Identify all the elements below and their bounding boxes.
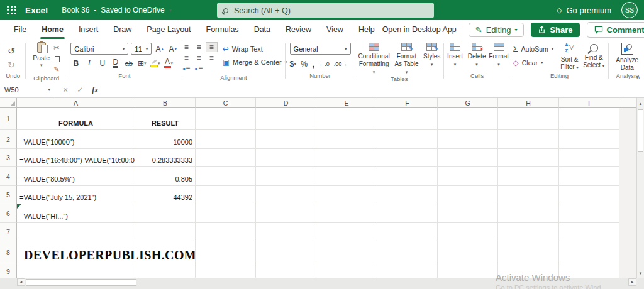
tab-home[interactable]: Home (34, 20, 71, 39)
cell-F3[interactable] (377, 149, 438, 167)
analyze-data-button[interactable]: Analyze Data (613, 40, 641, 72)
cell-H6[interactable] (498, 204, 559, 223)
font-name-select[interactable]: Calibri ▾ (70, 43, 128, 55)
cell-B3[interactable]: 0.283333333 (135, 149, 196, 167)
cell-A5[interactable]: =VALUE("July 15, 2021") (17, 186, 135, 204)
format-painter-button[interactable]: ✎ (53, 65, 60, 74)
clear-button[interactable]: ◇ Clear ▾ (513, 58, 554, 67)
cell-D3[interactable] (256, 149, 316, 167)
cell-E6[interactable] (316, 204, 377, 223)
find-select-button[interactable]: Find & Select ▾ (582, 40, 606, 69)
cell-C9[interactable] (196, 264, 256, 278)
merge-center-button[interactable]: ▣ Merge & Center ▾ (223, 58, 287, 67)
cell-F4[interactable] (377, 167, 438, 186)
row-header-9[interactable]: 9 (0, 264, 17, 278)
insert-cells-button[interactable]: ← Insert ▾ (446, 40, 465, 67)
increase-decimal-button[interactable]: ←.0 (319, 61, 330, 67)
align-center-button[interactable]: ≡ (193, 53, 205, 63)
cell-D9[interactable] (256, 264, 316, 278)
avatar[interactable]: SS (621, 2, 638, 18)
decrease-decimal-button[interactable]: .00→ (334, 61, 348, 67)
scroll-down-button[interactable]: ▾ (637, 269, 644, 277)
align-middle-button[interactable]: ≡ (193, 42, 205, 52)
cell-H7[interactable] (498, 223, 559, 241)
cell-C6[interactable] (196, 204, 256, 223)
vertical-scrollbar[interactable]: ▴ ▾ (636, 98, 644, 278)
insert-function-button[interactable]: fx (92, 85, 98, 95)
horizontal-scrollbar[interactable]: ◂ ▸ (17, 278, 636, 286)
tab-page-layout[interactable]: Page Layout (139, 20, 198, 39)
cell-D2[interactable] (256, 130, 316, 149)
cell-E2[interactable] (316, 130, 377, 149)
cell-E7[interactable] (316, 223, 377, 241)
copy-button[interactable] (53, 54, 60, 63)
row-header-5[interactable]: 5 (0, 186, 17, 204)
confirm-entry-button[interactable]: ✓ (77, 85, 83, 94)
comments-button[interactable]: Comments (587, 22, 644, 38)
cell-I1[interactable] (559, 108, 619, 130)
column-header-A[interactable]: A (17, 98, 135, 108)
cell-C4[interactable] (196, 167, 256, 186)
undo-button[interactable]: ↺ (8, 46, 15, 56)
cell-A1[interactable]: FORMULA (17, 108, 135, 130)
sort-filter-button[interactable]: AZ▽ Sort & Filter ▾ (557, 40, 582, 71)
cell-I2[interactable] (559, 130, 619, 149)
cell-C2[interactable] (196, 130, 256, 149)
styles-button[interactable]: ✎ Styles ▾ (422, 40, 441, 67)
cell-D6[interactable] (256, 204, 316, 223)
italic-button[interactable]: I (84, 57, 94, 69)
cell-D4[interactable] (256, 167, 316, 186)
cell-I3[interactable] (559, 149, 619, 167)
app-name[interactable]: Excel (25, 6, 48, 15)
cell-F7[interactable] (377, 223, 438, 241)
cell-G3[interactable] (438, 149, 498, 167)
decrease-indent-button[interactable]: ◂≡ (180, 63, 192, 74)
redo-button[interactable]: ↻ (8, 60, 15, 70)
cell-G9[interactable] (438, 264, 498, 278)
cell-E5[interactable] (316, 186, 377, 204)
column-header-C[interactable]: C (196, 98, 256, 108)
cell-B9[interactable] (135, 264, 196, 278)
tab-data[interactable]: Data (247, 20, 278, 39)
cell-C7[interactable] (196, 223, 256, 241)
cell-G2[interactable] (438, 130, 498, 149)
column-header-H[interactable]: H (498, 98, 559, 108)
cell-A3[interactable]: =VALUE("16:48:00")-VALUE("10:00:00") (17, 149, 135, 167)
cell-H8[interactable] (498, 241, 559, 264)
vertical-scroll-thumb[interactable] (638, 109, 643, 152)
cell-C8[interactable] (196, 241, 256, 264)
cell-A6[interactable]: =VALUE("HI...") (17, 204, 135, 223)
conditional-formatting-button[interactable]: Conditional Formatting ▾ (357, 40, 391, 75)
borders-button[interactable]: ⊞▾ (136, 57, 147, 69)
cell-G5[interactable] (438, 186, 498, 204)
cell-G8[interactable] (438, 241, 498, 264)
row-header-2[interactable]: 2 (0, 130, 17, 149)
font-size-select[interactable]: 11 ▾ (131, 43, 152, 55)
cell-B1[interactable]: RESULT (135, 108, 196, 130)
search-input[interactable] (234, 6, 428, 15)
cell-F5[interactable] (377, 186, 438, 204)
column-header-D[interactable]: D (256, 98, 316, 108)
delete-cells-button[interactable]: × Delete ▾ (467, 40, 487, 67)
row-header-1[interactable]: 1 (0, 108, 17, 130)
comma-format-button[interactable]: , (312, 58, 314, 69)
column-header-G[interactable]: G (438, 98, 498, 108)
percent-format-button[interactable]: % (301, 60, 308, 68)
cell-D8[interactable] (256, 241, 316, 264)
editing-mode-dropdown[interactable]: ✎ Editing ▾ (469, 23, 525, 37)
cell-I4[interactable] (559, 167, 619, 186)
format-as-table-button[interactable]: ✎ Format As Table ▾ (393, 40, 419, 75)
double-underline-button[interactable]: D (113, 58, 119, 68)
scroll-right-button[interactable]: ▸ (628, 278, 636, 286)
tab-file[interactable]: File (6, 20, 34, 39)
tab-review[interactable]: Review (278, 20, 319, 39)
font-color-button[interactable]: A▾ (163, 57, 174, 69)
highlight-color-button[interactable]: ▾ (150, 57, 160, 69)
cancel-entry-button[interactable]: × (63, 85, 68, 95)
share-button[interactable]: Share (531, 23, 579, 37)
scroll-up-button[interactable]: ▴ (637, 99, 644, 107)
paste-button[interactable]: Paste ▾ (33, 42, 50, 68)
align-top-button[interactable]: ≡ (180, 42, 192, 52)
cell-I5[interactable] (559, 186, 619, 204)
row-header-7[interactable]: 7 (0, 223, 17, 241)
